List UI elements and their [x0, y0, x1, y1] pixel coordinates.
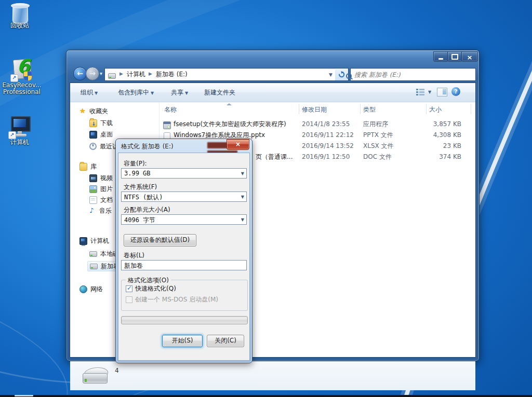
dropdown-icon: ▼ [95, 91, 98, 95]
shortcut-arrow-icon: ↗ [10, 74, 18, 82]
maximize-button[interactable] [447, 51, 462, 62]
drive-icon [108, 73, 116, 79]
pictures-icon [89, 185, 97, 193]
easyrecovery-icon: 6 ↗ [10, 57, 33, 82]
format-options-label: 格式化选项(O) [126, 276, 171, 285]
column-separator[interactable] [360, 104, 361, 114]
msdos-label: 创建一个 MS-DOS 启动盘(M) [135, 295, 218, 304]
sidebar-item-pictures[interactable]: 图片 [89, 184, 113, 194]
sidebar-item-network[interactable]: 网络 [79, 284, 103, 294]
desktop-icon-computer[interactable]: ↗ 计算机 [5, 115, 34, 146]
search-icon[interactable] [346, 73, 352, 79]
search-box[interactable]: 搜索 新加卷 (E:) [350, 68, 476, 81]
sidebar-item-desktop[interactable]: 桌面 [89, 130, 113, 139]
column-separator[interactable] [299, 104, 299, 114]
refresh-icon [338, 71, 345, 78]
file-date: 2014/1/8 23:55 [302, 119, 350, 130]
sidebar-item-libraries[interactable]: 库 [79, 162, 97, 171]
forward-icon: → [89, 69, 96, 77]
downloads-icon [89, 119, 97, 127]
crumb-separator-icon[interactable]: ▶ [148, 71, 153, 76]
dropdown-icon: ▼ [241, 217, 244, 222]
breadcrumb-computer[interactable]: 计算机 [125, 70, 148, 79]
new-volume-icon [90, 264, 98, 269]
sidebar-item-computer[interactable]: 计算机 [79, 236, 109, 245]
local-disk-icon [89, 251, 97, 257]
restore-defaults-button[interactable]: 还原设备的默认值(D) [124, 234, 196, 247]
allocation-combobox[interactable]: 4096 字节 ▼ [121, 214, 247, 225]
toolbar-new-folder[interactable]: 新建文件夹 [201, 86, 238, 99]
column-header-row: 名称 修改日期 类型 大小 [160, 103, 475, 115]
help-button[interactable]: ? [451, 87, 460, 96]
libraries-icon [79, 163, 87, 171]
sidebar-item-documents[interactable]: 文档 [89, 195, 113, 204]
details-pane: 4 [70, 361, 475, 390]
shortcut-arrow-icon: ↗ [8, 131, 16, 139]
allocation-label: 分配单元大小(A) [124, 206, 170, 214]
column-header-size[interactable]: 大小 [429, 105, 442, 114]
address-dropdown-icon[interactable]: ▼ [329, 72, 332, 77]
views-icon[interactable] [416, 89, 424, 95]
documents-icon [89, 196, 97, 204]
column-header-type[interactable]: 类型 [363, 105, 376, 114]
quick-format-label[interactable]: 快速格式化(Q) [135, 284, 176, 293]
capacity-label: 容量(P): [124, 159, 147, 168]
dropdown-icon: ▼ [185, 91, 188, 95]
sidebar-item-local-disk[interactable]: 本地磁 [89, 249, 119, 258]
file-size: 4,308 KB [399, 130, 461, 141]
back-button[interactable]: ← [73, 67, 87, 80]
file-type: DOC 文件 [363, 152, 392, 162]
desktop-icon-easyrecovery[interactable]: 6 ↗ EasyRecov... Professional [0, 57, 44, 95]
quick-format-checkbox[interactable]: ✓ [126, 285, 132, 292]
sidebar-item-videos[interactable]: 视频 [89, 173, 113, 183]
toolbar-organize[interactable]: 组织▼ [77, 86, 101, 99]
column-separator[interactable] [426, 104, 427, 114]
file-type: PPTX 文件 [363, 130, 393, 141]
column-separator[interactable] [471, 104, 471, 114]
start-button[interactable]: 开始(S) [162, 335, 203, 347]
toolbar-include-in-library[interactable]: 包含到库中▼ [115, 86, 157, 99]
capacity-combobox[interactable]: 3.99 GB ▼ [121, 168, 247, 179]
forward-button[interactable]: → [86, 67, 99, 80]
star-icon: ★ [79, 107, 86, 114]
sidebar-item-recent-places[interactable]: 最近访 [89, 142, 118, 151]
breadcrumb-new-volume[interactable]: 新加卷 (E:) [154, 70, 190, 79]
volume-label-input[interactable]: 新加卷 [121, 260, 247, 270]
command-bar: 组织▼ 包含到库中▼ 共享▼ 新建文件夹 ▼ ? [70, 83, 475, 102]
dialog-close-button[interactable]: × [227, 139, 249, 150]
file-type: 应用程序 [363, 119, 388, 130]
close-dialog-button[interactable]: 关闭(C) [207, 335, 244, 347]
recent-places-icon [89, 143, 97, 150]
computer-icon [79, 237, 87, 245]
computer-icon: ↗ [8, 115, 31, 139]
sidebar-item-music[interactable]: ♪音乐 [89, 206, 112, 215]
nav-history-dropdown[interactable]: ▾ [100, 71, 102, 76]
close-icon: × [467, 53, 473, 61]
recycle-bin-icon [11, 2, 29, 22]
dialog-body: 容量(P): 3.99 GB ▼ 文件系统(F) NTFS (默认) ▼ 分配单… [118, 153, 250, 361]
maximize-icon [451, 54, 458, 60]
file-name: 页（普通课... [256, 152, 292, 162]
preview-pane-button[interactable] [437, 88, 447, 97]
uac-shield-icon [23, 71, 32, 81]
dropdown-icon: ▼ [241, 171, 244, 176]
crumb-separator-icon[interactable]: ▶ [118, 71, 124, 76]
close-button[interactable]: × [461, 51, 478, 62]
column-header-date[interactable]: 修改日期 [302, 105, 327, 114]
address-bar[interactable]: ▶ 计算机 ▶ 新加卷 (E:) ▼ [104, 68, 336, 81]
column-header-name[interactable]: 名称 [164, 105, 177, 114]
minimize-button[interactable] [433, 51, 448, 62]
toolbar-share[interactable]: 共享▼ [168, 86, 191, 99]
desktop-icon-recycle-bin[interactable]: 回收站 [3, 2, 36, 29]
drive-large-icon [82, 366, 110, 386]
taskbar-segment [15, 395, 33, 396]
filesystem-combobox[interactable]: NTFS (默认) ▼ [121, 191, 247, 202]
sidebar-item-downloads[interactable]: 下载 [89, 118, 113, 128]
sidebar-item-favorites[interactable]: ★收藏夹 [79, 106, 108, 116]
desktop-icon-label: Professional [0, 89, 44, 95]
file-row[interactable]: fsesetup(文件夹加密超级大师安装程序) 2014/1/8 23:55 应… [160, 119, 475, 130]
format-dialog: 格式化 新加卷 (E:) × 容量(P): 3.99 GB ▼ 文件系统(F) … [115, 139, 252, 363]
filesystem-label: 文件系统(F) [124, 183, 157, 191]
views-dropdown-icon[interactable]: ▼ [428, 90, 431, 94]
taskbar-edge [0, 395, 532, 397]
